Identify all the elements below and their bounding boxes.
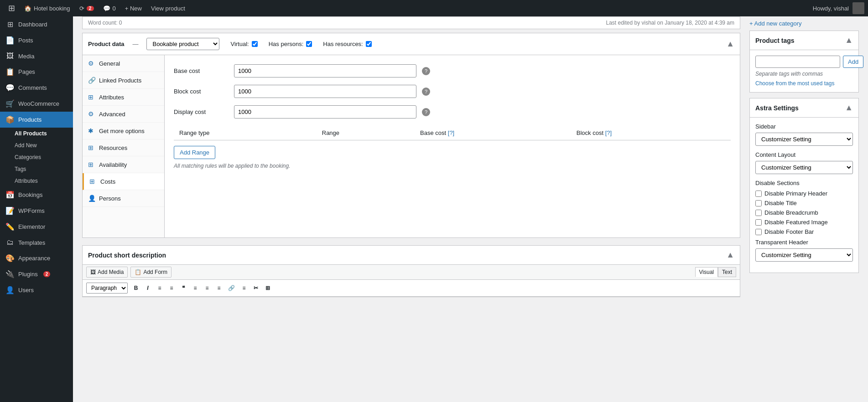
blockquote-button[interactable]: ❝: [178, 283, 189, 293]
product-tags-toggle[interactable]: ▲: [845, 36, 853, 45]
sidebar-item-appearance[interactable]: 🎨 Appearance: [0, 250, 73, 266]
sidebar-item-plugins[interactable]: 🔌 Plugins 2: [0, 266, 73, 282]
tab-get-more-options[interactable]: ✱ Get more options: [83, 123, 164, 139]
link-button[interactable]: 🔗: [225, 283, 238, 293]
content-layout-select[interactable]: Customizer Setting: [755, 161, 853, 174]
tags-input[interactable]: [755, 56, 840, 68]
updates-icon: ⟳: [79, 5, 84, 12]
tags-input-row: Add: [755, 56, 853, 68]
disable-primary-header-checkbox[interactable]: [755, 191, 762, 197]
has-persons-checkbox[interactable]: [306, 41, 312, 47]
add-tag-button[interactable]: Add: [843, 56, 863, 68]
range-header: Range: [317, 126, 415, 140]
short-description-toggle[interactable]: ▲: [726, 250, 734, 260]
block-cost-help-icon[interactable]: ?: [422, 88, 430, 96]
base-cost-help-icon[interactable]: ?: [422, 67, 430, 75]
display-cost-help-icon[interactable]: ?: [422, 108, 430, 116]
block-cost-input[interactable]: [234, 85, 416, 98]
tab-linked-products[interactable]: 🔗 Linked Products: [83, 72, 164, 89]
unordered-list-button[interactable]: ≡: [154, 283, 165, 293]
add-range-button[interactable]: Add Range: [174, 146, 215, 159]
disable-breadcrumb-checkbox[interactable]: [755, 210, 762, 216]
disable-footer-bar-checkbox[interactable]: [755, 229, 762, 235]
costs-tab-icon: ⊞: [89, 178, 97, 185]
has-resources-checkbox-group: Has resources:: [323, 41, 371, 47]
tab-costs-label: Costs: [100, 178, 115, 185]
disable-title-checkbox[interactable]: [755, 200, 762, 206]
submenu-all-products[interactable]: All Products: [0, 128, 73, 139]
tab-costs[interactable]: ⊞ Costs: [83, 173, 164, 190]
tab-resources[interactable]: ⊞ Resources: [83, 139, 164, 156]
product-data-toggle[interactable]: ▲: [726, 39, 734, 49]
short-description-box: Product short description ▲ 🖼 Add Media …: [82, 245, 740, 297]
word-count: Word count: 0: [88, 20, 122, 26]
special-chars-button[interactable]: ✂: [250, 283, 261, 293]
block-cost-header: Block cost [?]: [571, 126, 731, 140]
sidebar-item-products[interactable]: 📦 Products: [0, 112, 73, 128]
tab-general[interactable]: ⚙ General: [83, 55, 164, 72]
new-content-item[interactable]: + New: [120, 0, 146, 16]
tab-linked-products-label: Linked Products: [99, 77, 141, 84]
sidebar-item-templates[interactable]: 🗂 Templates: [0, 235, 73, 250]
base-cost-help-link[interactable]: [?]: [448, 129, 454, 136]
table-button[interactable]: ⊞: [262, 283, 273, 293]
sidebar-item-pages[interactable]: 📋 Pages: [0, 64, 73, 80]
insert-more-button[interactable]: ≡: [239, 283, 249, 293]
sidebar-item-users[interactable]: 👤 Users: [0, 282, 73, 298]
sidebar-item-bookings[interactable]: 📅 Bookings: [0, 187, 73, 203]
submenu-tags[interactable]: Tags: [0, 163, 73, 175]
tab-availability[interactable]: ⊞ Availability: [83, 156, 164, 173]
sidebar-item-dashboard[interactable]: ⊞ Dashboard: [0, 16, 73, 32]
tab-advanced[interactable]: ⚙ Advanced: [83, 106, 164, 123]
italic-button[interactable]: I: [142, 283, 153, 293]
sidebar-item-label: Plugins: [18, 271, 38, 278]
comments-item[interactable]: 💬 0: [99, 0, 120, 16]
sidebar-setting-select[interactable]: Customizer Setting: [755, 133, 853, 146]
sidebar-item-wpforms[interactable]: 📝 WPForms: [0, 203, 73, 219]
has-persons-checkbox-group: Has persons:: [269, 41, 312, 47]
updates-item[interactable]: ⟳ 2: [75, 0, 99, 16]
product-type-select[interactable]: Bookable product: [146, 38, 219, 50]
sidebar-item-comments[interactable]: 💬 Comments: [0, 80, 73, 96]
sidebar-item-media[interactable]: 🖼 Media: [0, 48, 73, 64]
visual-tab-button[interactable]: Visual: [695, 267, 718, 277]
ordered-list-button[interactable]: ≡: [166, 283, 177, 293]
transparent-header-select[interactable]: Customizer Setting: [755, 248, 853, 262]
tab-persons-label: Persons: [99, 195, 121, 202]
sidebar-item-elementor[interactable]: ✏️ Elementor: [0, 219, 73, 235]
sidebar-item-label: Templates: [18, 239, 45, 246]
add-media-button[interactable]: 🖼 Add Media: [86, 267, 128, 278]
astra-settings-header: Astra Settings ▲: [750, 98, 858, 118]
disable-footer-bar-label: Disable Footer Bar: [764, 228, 814, 235]
tab-persons[interactable]: 👤 Persons: [83, 190, 164, 207]
align-center-button[interactable]: ≡: [202, 283, 213, 293]
site-name-item[interactable]: 🏠 Hotel booking: [20, 0, 75, 16]
text-tab-button[interactable]: Text: [718, 267, 736, 277]
sidebar-item-posts[interactable]: 📄 Posts: [0, 32, 73, 48]
sidebar-item-woocommerce[interactable]: 🛒 WooCommerce: [0, 96, 73, 112]
block-cost-help-link[interactable]: [?]: [605, 129, 612, 136]
submenu-categories[interactable]: Categories: [0, 151, 73, 163]
base-cost-input[interactable]: [234, 64, 416, 77]
add-category-link[interactable]: + Add new category: [749, 20, 802, 27]
virtual-checkbox-group: Virtual:: [230, 41, 257, 47]
align-left-button[interactable]: ≡: [190, 283, 201, 293]
base-cost-label: Base cost: [174, 67, 229, 74]
tab-attributes[interactable]: ⊞ Attributes: [83, 89, 164, 106]
align-right-button[interactable]: ≡: [213, 283, 224, 293]
submenu-add-new[interactable]: Add New: [0, 139, 73, 151]
astra-settings-toggle[interactable]: ▲: [845, 103, 853, 113]
disable-featured-image-checkbox[interactable]: [755, 219, 762, 226]
appearance-icon: 🎨: [5, 254, 15, 263]
submenu-attributes[interactable]: Attributes: [0, 175, 73, 187]
view-product-item[interactable]: View product: [146, 0, 190, 16]
display-cost-input[interactable]: [234, 105, 416, 119]
add-form-button[interactable]: 📋 Add Form: [130, 267, 172, 278]
wp-logo-item[interactable]: ⊞: [4, 0, 20, 16]
has-resources-checkbox[interactable]: [366, 41, 372, 47]
paragraph-select[interactable]: Paragraph: [86, 283, 128, 294]
choose-tags-link[interactable]: Choose from the most used tags: [755, 80, 834, 87]
virtual-checkbox[interactable]: [252, 41, 258, 47]
bold-button[interactable]: B: [130, 283, 141, 293]
product-tabs: ⚙ General 🔗 Linked Products ⊞ Attributes: [83, 55, 165, 237]
